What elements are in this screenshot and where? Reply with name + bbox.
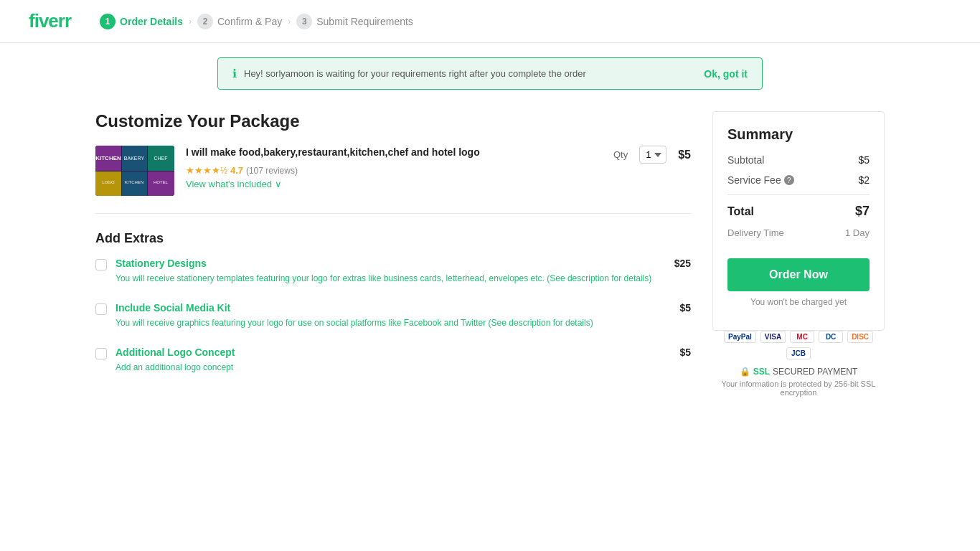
ssl-secured-text: SECURED PAYMENT	[773, 367, 857, 377]
breadcrumb: 1 Order Details › 2 Confirm & Pay › 3 Su…	[100, 14, 413, 29]
info-icon: ℹ	[232, 67, 237, 80]
step-3: 3 Submit Requirements	[296, 14, 413, 29]
sidebar-summary: Summary Subtotal $5 Service Fee ? $2 Tot…	[712, 104, 885, 397]
main-container: Customize Your Package KITCHEN BAKERY CH…	[67, 104, 913, 425]
summary-box: Summary Subtotal $5 Service Fee ? $2 Tot…	[712, 111, 885, 331]
half-star-icon: ½	[220, 166, 227, 176]
step-2-label: Confirm & Pay	[217, 16, 282, 27]
summary-service-fee-row: Service Fee ? $2	[727, 174, 870, 186]
total-label: Total	[727, 205, 754, 218]
summary-title: Summary	[727, 126, 870, 143]
svg-text:BAKERY: BAKERY	[124, 156, 145, 161]
extra-social-info: Include Social Media Kit You will receiv…	[116, 302, 671, 329]
discover-icon: DISC	[847, 331, 873, 343]
qty-label: Qty	[613, 149, 628, 160]
lock-icon: 🔒	[740, 367, 750, 377]
product-price: $5	[678, 149, 691, 161]
product-thumbnail: KITCHEN BAKERY CHEF LOGO KITCHEN HOTEL	[95, 146, 174, 196]
svg-text:KITCHEN: KITCHEN	[125, 180, 143, 184]
extra-stationery-price: $25	[674, 258, 691, 269]
social-checkbox[interactable]	[95, 303, 107, 315]
page-title: Customize Your Package	[95, 111, 691, 131]
fiverr-logo: fiverr	[29, 10, 71, 32]
extra-social-price: $5	[679, 302, 691, 314]
extra-logo-concept-info: Additional Logo Concept Add an additiona…	[116, 347, 671, 374]
review-count: (107 reviews)	[246, 166, 298, 176]
extra-social-desc: You will receive graphics featuring your…	[116, 316, 671, 329]
header: fiverr 1 Order Details › 2 Confirm & Pay…	[0, 0, 980, 43]
step-1-circle: 1	[100, 14, 116, 29]
step-3-circle: 3	[296, 14, 312, 29]
svg-text:CHEF: CHEF	[154, 156, 167, 161]
svg-text:KITCHEN: KITCHEN	[95, 155, 121, 161]
product-image: KITCHEN BAKERY CHEF LOGO KITCHEN HOTEL	[95, 146, 174, 196]
extra-item-stationery: Stationery Designs You will receive stat…	[95, 258, 691, 285]
notification-banner: ℹ Hey! sorlyamoon is waiting for your re…	[217, 57, 763, 90]
delivery-value: 1 Day	[845, 227, 870, 238]
extra-stationery-info: Stationery Designs You will receive stat…	[116, 258, 666, 285]
summary-subtotal-row: Subtotal $5	[727, 154, 870, 166]
extra-logo-concept-desc: Add an additional logo concept	[116, 361, 671, 374]
product-qty-price: Qty 1 2 3 $5	[613, 146, 691, 164]
extra-social-name: Include Social Media Kit	[116, 302, 671, 314]
paypal-icon: PayPal	[724, 331, 756, 343]
step-2: 2 Confirm & Pay	[197, 14, 282, 29]
extras-title: Add Extras	[95, 231, 691, 246]
extra-item-social: Include Social Media Kit You will receiv…	[95, 302, 691, 329]
step-1-label: Order Details	[120, 16, 183, 27]
summary-total-row: Total $7	[727, 204, 870, 219]
content-area: Customize Your Package KITCHEN BAKERY CH…	[95, 104, 691, 397]
ssl-row: 🔒 SSL SECURED PAYMENT	[712, 367, 885, 377]
order-now-button[interactable]: Order Now	[727, 258, 870, 291]
product-row: KITCHEN BAKERY CHEF LOGO KITCHEN HOTEL I…	[95, 146, 691, 214]
service-fee-label: Service Fee	[727, 174, 781, 186]
step-1: 1 Order Details	[100, 14, 183, 29]
product-title: I will make food,bakery,restaurant,kitch…	[186, 146, 602, 160]
diners-icon: DC	[819, 331, 843, 343]
chevron-icon-1: ›	[189, 17, 192, 27]
help-icon[interactable]: ?	[784, 175, 794, 185]
visa-icon: VISA	[760, 331, 786, 343]
stationery-checkbox[interactable]	[95, 259, 107, 270]
svg-text:LOGO: LOGO	[102, 180, 115, 184]
logo-concept-checkbox[interactable]	[95, 348, 107, 359]
mastercard-icon: MC	[790, 331, 814, 343]
extra-logo-concept-name: Additional Logo Concept	[116, 347, 671, 358]
payment-icons: PayPal VISA MC DC DISC JCB	[712, 331, 885, 359]
product-rating: ★★★★½ 4.7 (107 reviews)	[186, 164, 602, 176]
qty-select[interactable]: 1 2 3	[639, 146, 666, 164]
rating-value: 4.7	[230, 165, 243, 176]
step-2-circle: 2	[197, 14, 213, 29]
extra-item-logo-concept: Additional Logo Concept Add an additiona…	[95, 347, 691, 374]
add-extras-section: Add Extras Stationery Designs You will r…	[95, 231, 691, 374]
banner-message: ℹ Hey! sorlyamoon is waiting for your re…	[232, 67, 586, 80]
view-included-link[interactable]: View what's included ∨	[186, 179, 282, 189]
banner-text: Hey! sorlyamoon is waiting for your requ…	[244, 68, 586, 79]
jcb-icon: JCB	[786, 347, 811, 359]
service-fee-value: $2	[858, 174, 870, 186]
summary-delivery-row: Delivery Time 1 Day	[727, 227, 870, 238]
delivery-label: Delivery Time	[727, 227, 784, 238]
service-fee-label-group: Service Fee ?	[727, 174, 794, 186]
extra-stationery-desc: You will receive stationery templates fe…	[116, 272, 666, 285]
summary-divider	[727, 194, 870, 195]
step-3-label: Submit Requirements	[316, 16, 413, 27]
extra-logo-concept-price: $5	[679, 347, 691, 358]
ssl-label: SSL	[753, 367, 770, 377]
subtotal-label: Subtotal	[727, 154, 764, 166]
product-info: I will make food,bakery,restaurant,kitch…	[186, 146, 602, 189]
subtotal-value: $5	[858, 154, 870, 166]
banner-ok-link[interactable]: Ok, got it	[704, 68, 748, 80]
no-charge-text: You won't be charged yet	[727, 297, 870, 307]
chevron-icon-2: ›	[288, 17, 291, 27]
svg-text:HOTEL: HOTEL	[154, 180, 169, 184]
extra-stationery-name: Stationery Designs	[116, 258, 666, 269]
stars-icon: ★★★★	[186, 165, 220, 176]
total-value: $7	[855, 204, 870, 219]
ssl-sub-text: Your information is protected by 256-bit…	[712, 380, 885, 397]
